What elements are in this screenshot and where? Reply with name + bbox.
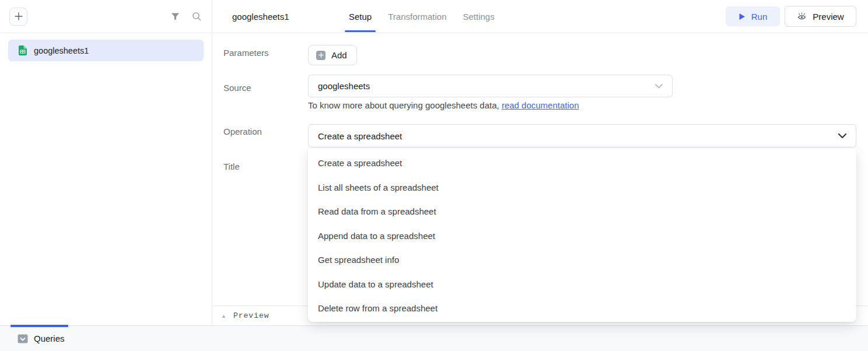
query-tabs: Setup Transformation Settings <box>349 0 495 33</box>
source-select[interactable]: googlesheets <box>308 75 673 97</box>
tab-transformation[interactable]: Transformation <box>388 0 446 33</box>
eye-icon <box>797 12 807 20</box>
query-sidebar: googlesheets1 <box>0 0 212 325</box>
source-label: Source <box>223 83 293 93</box>
parameters-label: Parameters <box>223 48 293 58</box>
queries-panel-toggle[interactable]: Queries <box>0 326 93 351</box>
source-select-value: googlesheets <box>318 81 370 91</box>
run-button-label: Run <box>751 12 768 22</box>
chevron-down-icon <box>655 84 663 89</box>
dropdown-option[interactable]: Create a spreadsheet <box>308 151 856 176</box>
play-icon <box>738 13 746 20</box>
query-editor: googlesheets1 googlesheets1 Setup Transf… <box>0 0 868 351</box>
bottom-bar: Queries <box>0 325 868 351</box>
query-item-label: googlesheets1 <box>34 46 89 55</box>
add-parameter-label: Add <box>331 50 347 60</box>
preview-button-label: Preview <box>813 12 844 22</box>
plus-icon <box>15 12 23 20</box>
queries-panel-icon <box>18 334 28 343</box>
query-editor-main: googlesheets1 Setup Transformation Setti… <box>213 0 868 325</box>
dropdown-option[interactable]: Append data to a spreadsheet <box>308 224 856 248</box>
search-icon[interactable] <box>192 12 201 21</box>
filter-icon[interactable] <box>171 12 180 21</box>
run-button[interactable]: Run <box>726 6 780 26</box>
header-actions: Run Preview <box>726 6 856 27</box>
dropdown-option[interactable]: Get spreadsheet info <box>308 248 856 272</box>
operation-label: Operation <box>223 127 293 136</box>
tab-setup-label: Setup <box>349 12 372 22</box>
dropdown-option[interactable]: Update data to a spreadsheet <box>308 272 856 297</box>
collapse-up-icon: ▲ <box>221 313 226 319</box>
query-list-item-googlesheets1[interactable]: googlesheets1 <box>8 40 204 61</box>
source-helper-text: To know more about querying googlesheets… <box>308 100 579 110</box>
operation-select-value: Create a spreadsheet <box>318 131 402 141</box>
googlesheets-icon <box>18 45 27 55</box>
chevron-down-icon <box>838 134 846 139</box>
operation-select[interactable]: Create a spreadsheet <box>308 124 856 148</box>
query-title: googlesheets1 <box>232 12 349 22</box>
add-parameter-button[interactable]: Add <box>308 45 357 65</box>
read-documentation-link[interactable]: read documentation <box>502 100 579 110</box>
dropdown-option[interactable]: Read data from a spreadsheet <box>308 199 856 224</box>
tab-settings[interactable]: Settings <box>463 0 495 33</box>
preview-button[interactable]: Preview <box>785 6 856 27</box>
sidebar-header <box>0 0 212 33</box>
operation-dropdown-menu: Create a spreadsheetList all sheets of a… <box>308 149 856 322</box>
add-query-button[interactable] <box>9 8 27 26</box>
active-tab-indicator <box>345 30 376 32</box>
plus-icon <box>316 51 326 60</box>
dropdown-option[interactable]: List all sheets of a spreadsheet <box>308 176 856 200</box>
dropdown-option[interactable]: Delete row from a spreadsheet <box>308 296 856 321</box>
tab-setup[interactable]: Setup <box>349 0 372 33</box>
queries-tab-indicator <box>10 325 68 327</box>
query-header: googlesheets1 Setup Transformation Setti… <box>213 0 868 33</box>
preview-panel-label: Preview <box>233 311 270 320</box>
queries-panel-label: Queries <box>34 334 65 343</box>
title-label: Title <box>223 162 293 171</box>
query-list: googlesheets1 <box>0 33 212 68</box>
